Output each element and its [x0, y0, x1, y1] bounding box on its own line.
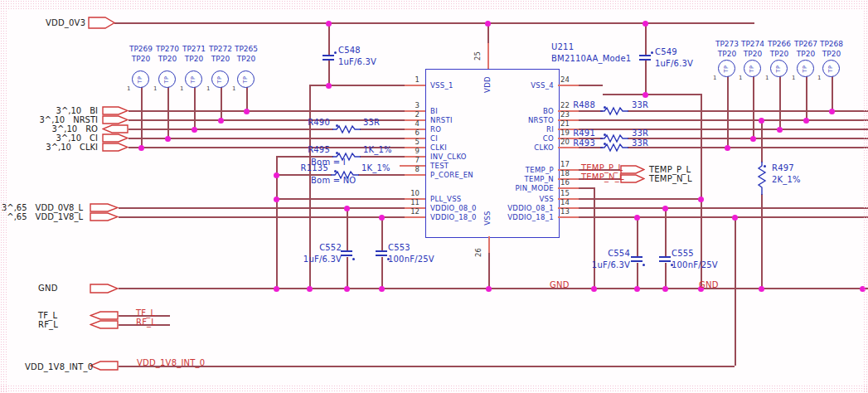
wire — [594, 187, 595, 288]
pin-number: 11 — [403, 198, 419, 206]
wire — [141, 86, 143, 147]
junction-dot — [485, 21, 491, 27]
pin-stub — [488, 236, 490, 253]
refdes-R488: R488 — [539, 100, 595, 109]
port-ci[interactable] — [102, 133, 129, 143]
pin-number: 18 — [560, 169, 570, 177]
junction-dot — [591, 286, 597, 292]
pin-number: 16 — [560, 178, 570, 187]
pin-number: 2 — [403, 110, 419, 119]
junction-dot — [750, 136, 756, 142]
testpoint-symbol-TP272[interactable]: TP — [211, 70, 229, 88]
junction-dot — [725, 145, 730, 151]
capacitor-plate[interactable] — [659, 256, 671, 258]
wire — [360, 156, 405, 158]
capacitor-plate[interactable] — [322, 59, 334, 61]
port-vdd-0v8-l[interactable] — [90, 203, 119, 212]
wire — [645, 61, 647, 94]
port-nrsti[interactable] — [102, 115, 129, 124]
refdes-R493: R493 — [539, 138, 595, 148]
page-ref: 3^,10 — [56, 133, 81, 143]
port-label-ci: 3^,10CI — [23, 133, 98, 143]
ic-part-number: BM2110AA_Mode1 — [551, 54, 631, 63]
port-tf-l[interactable] — [90, 311, 119, 320]
value-R491: 33R — [632, 129, 648, 138]
value-C554: 1uF/6.3V — [564, 260, 630, 269]
capacitor-plate[interactable] — [639, 55, 651, 56]
capacitor-plate[interactable] — [639, 59, 651, 61]
pin-number: 10 — [403, 189, 419, 197]
port-label-vdd-0v8-l: 3^,65VDD_0V8_L — [0, 203, 83, 212]
junction-dot — [662, 206, 668, 211]
capacitor-plate[interactable] — [376, 255, 387, 256]
port-vdd-0v3[interactable] — [88, 17, 116, 29]
testpoint-symbol-TP265[interactable]: TP — [237, 70, 255, 88]
port-label-gnd: GND — [38, 284, 58, 293]
tp-pin-number: 1 — [792, 75, 795, 81]
wire — [119, 207, 405, 209]
capacitor-plate[interactable] — [341, 255, 352, 256]
wire — [727, 75, 729, 147]
page-edge-texture — [0, 385, 868, 393]
pin-name: INV_CLKO — [430, 153, 467, 161]
capacitor-plate[interactable] — [631, 256, 643, 258]
wire — [194, 86, 196, 129]
tp-refdes: TP268 — [815, 40, 848, 48]
refdes-R497: R497 — [772, 163, 794, 172]
pin-name: P_CORE_EN — [430, 171, 473, 179]
value-C548: 1uF/6.3V — [338, 57, 376, 66]
pin1-marker — [604, 106, 606, 109]
port-label-clki: 3^,10CLKI — [23, 143, 98, 152]
pin-stub — [405, 216, 425, 218]
pin1-marker — [352, 258, 355, 260]
wire — [637, 216, 638, 256]
wire — [246, 86, 248, 110]
pin-name: CLKI — [430, 143, 447, 152]
port-vdd-1v8-l[interactable] — [90, 212, 119, 221]
junction-dot — [759, 286, 764, 292]
net-name: NRSTI — [73, 115, 98, 124]
port-gnd[interactable] — [90, 284, 119, 294]
testpoint-symbol-TP267[interactable]: TP — [797, 60, 814, 77]
page-ref: 3^,65 — [2, 203, 27, 212]
pin-name: PLL_VSS — [430, 195, 462, 203]
wire — [637, 263, 638, 288]
capacitor-plate[interactable] — [376, 250, 387, 252]
capacitor-plate[interactable] — [631, 260, 643, 262]
testpoint-symbol-TP268[interactable]: TP — [822, 60, 840, 77]
pin-stub — [558, 85, 579, 86]
testpoint-symbol-TP273[interactable]: TP — [718, 60, 735, 77]
testpoint-symbol-TP271[interactable]: TP — [185, 70, 202, 88]
port-rf-l[interactable] — [90, 320, 119, 329]
port-clki[interactable] — [102, 143, 129, 152]
wire — [360, 129, 405, 130]
port-vdd-1v8-int-0[interactable] — [90, 361, 119, 371]
wire — [628, 138, 868, 139]
pin-number: 14 — [560, 198, 570, 206]
port-ro[interactable] — [102, 124, 129, 133]
capacitor-plate[interactable] — [659, 260, 671, 262]
tp-part: TP20 — [815, 50, 848, 58]
port-bi[interactable] — [102, 106, 129, 115]
pin-stub — [558, 216, 579, 218]
capacitor-plate[interactable] — [322, 55, 334, 56]
pin1-marker — [651, 51, 653, 54]
capacitor-plate[interactable] — [341, 250, 352, 252]
junction-dot — [344, 286, 350, 292]
tp-pin-number: 1 — [153, 85, 157, 92]
page-ref: ^,65 — [7, 212, 27, 221]
pin-name: CI — [430, 134, 438, 143]
note-R1135: Bom = NO — [311, 176, 356, 185]
pin1-marker — [643, 264, 645, 266]
pin-name: VSS_1 — [430, 81, 453, 90]
wire — [309, 85, 405, 86]
pin-name: VSS_4 — [492, 81, 554, 90]
testpoint-symbol-TP266[interactable]: TP — [770, 60, 788, 77]
testpoint-symbol-TP274[interactable]: TP — [744, 60, 761, 77]
net-label-vdd-1v8-int-0: VDD_1V8_INT_0 — [137, 358, 205, 367]
pin-number: 3 — [403, 101, 419, 109]
testpoint-symbol-TP269[interactable]: TP — [132, 70, 149, 88]
ic-refdes: U211 — [551, 42, 574, 51]
testpoint-symbol-TP270[interactable]: TP — [158, 70, 176, 88]
value-R493: 33R — [632, 138, 648, 148]
